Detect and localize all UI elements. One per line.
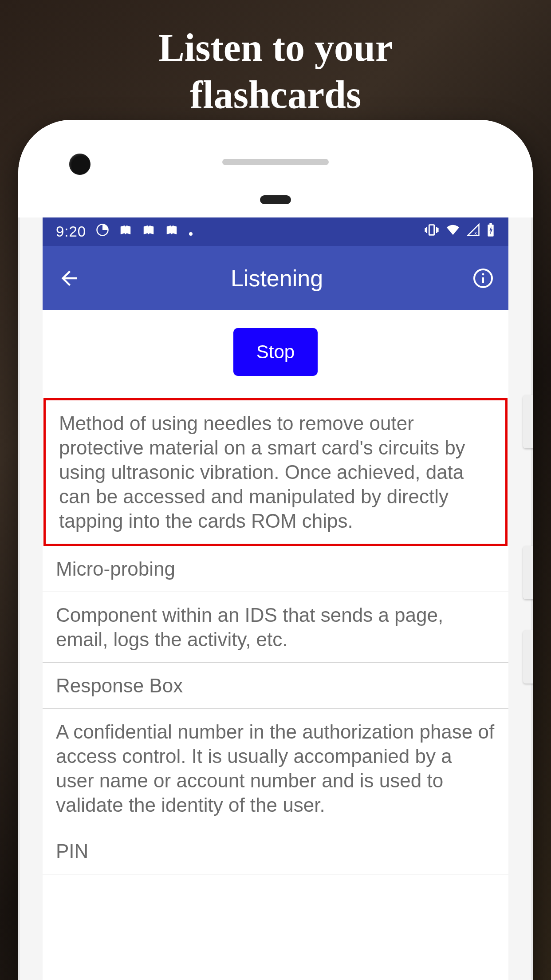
back-button[interactable] [56, 265, 83, 292]
content-area: Stop Method of using needles to remove o… [43, 310, 508, 874]
svg-point-8 [482, 273, 484, 275]
svg-point-1 [189, 232, 193, 236]
card-row[interactable]: Method of using needles to remove outer … [43, 398, 508, 546]
svg-rect-2 [429, 225, 434, 235]
page-title: Listening [83, 265, 471, 292]
phone-side-button [523, 395, 533, 448]
info-button[interactable] [471, 266, 495, 290]
stop-button[interactable]: Stop [233, 328, 318, 376]
phone-side-button [523, 546, 533, 599]
book-icon [142, 223, 155, 240]
phone-bezel-top [18, 120, 533, 217]
svg-text:x: x [475, 231, 477, 236]
arrow-left-icon [58, 267, 81, 290]
notification-icon [96, 223, 109, 240]
status-time: 9:20 [56, 223, 86, 240]
card-row[interactable]: A confidential number in the authorizati… [43, 709, 508, 828]
controls-row: Stop [43, 310, 508, 398]
battery-charging-icon [486, 223, 495, 241]
speaker-icon [222, 159, 329, 165]
status-bar: 9:20 [43, 217, 508, 246]
phone-screen: 9:20 [43, 217, 508, 980]
wifi-icon [445, 223, 460, 240]
book-icon [165, 223, 178, 240]
svg-rect-5 [489, 223, 492, 225]
proximity-sensor-icon [260, 195, 291, 204]
info-icon [472, 268, 494, 289]
app-bar: Listening [43, 246, 508, 310]
card-row[interactable]: PIN [43, 828, 508, 874]
signal-icon: x [467, 223, 480, 240]
card-list: Method of using needles to remove outer … [43, 398, 508, 874]
vibrate-icon [424, 223, 439, 240]
phone-frame: 9:20 [18, 120, 533, 980]
card-row[interactable]: Micro-probing [43, 546, 508, 592]
promo-line2: flashcards [0, 71, 551, 119]
card-row[interactable]: Component within an IDS that sends a pag… [43, 592, 508, 663]
phone-side-button [523, 630, 533, 684]
promo-title: Listen to your flashcards [0, 0, 551, 118]
more-dot-icon [188, 223, 193, 240]
card-row[interactable]: Response Box [43, 663, 508, 709]
promo-line1: Listen to your [0, 24, 551, 71]
book-icon [119, 223, 132, 240]
camera-icon [69, 154, 91, 175]
